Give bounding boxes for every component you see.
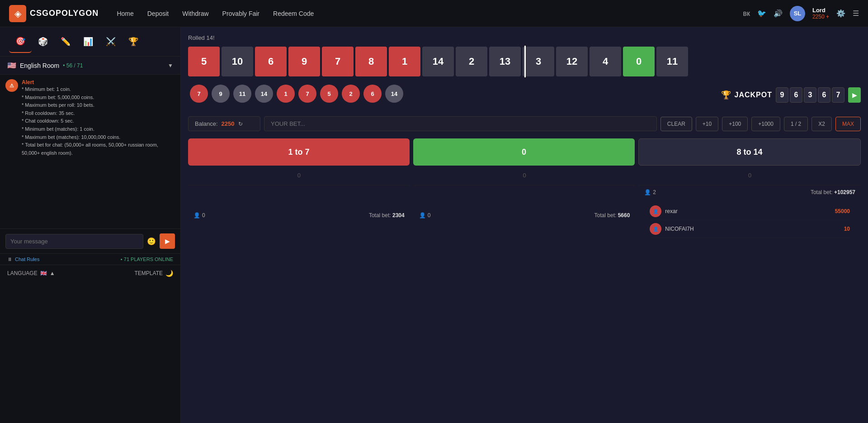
chat-input-area: 🙂 ▶ [0,228,180,253]
logo-text: CSGOPOLYGON [30,9,99,18]
bet-info-8to14: 0 [639,169,861,181]
plus10-button[interactable]: +10 [696,117,718,131]
chat-avatar: ⚠ [5,79,18,92]
bet-users-8to14: 👤 2 [644,189,656,195]
bet-panel-8to14[interactable]: 8 to 14 [638,138,861,166]
chat-rules-link[interactable]: Chat Rules [15,257,39,262]
template-section: TEMPLATE 🌙 [135,270,173,277]
bet-users-0: 👤 0 [419,212,431,219]
roulette-cell-1: 10 [222,47,253,76]
roulette-cell-13: 0 [623,47,655,76]
chat-alert: ⚠ Alert * Minimum bet: 1 coin.* Maximum … [5,79,175,157]
bet-panel-0-label: 0 [522,147,526,157]
language-label: LANGUAGE [7,270,38,276]
language-section: LANGUAGE 🇬🇧 ▲ [7,270,55,276]
betters-list: 👤 rexar 55000 👤 NICOFAI7H 10 [644,199,855,242]
x2-button[interactable]: X2 [811,117,832,131]
vk-icon[interactable]: вк [743,10,750,18]
jackpot-arrow[interactable]: ▶ [848,87,861,103]
roulette-marker [524,46,526,77]
bet-stats-row: 👤 0 Total bet: 2304 👤 0 Total bet: 5660 [188,185,861,245]
balance-label: Balance: [195,120,218,127]
balance-box: Balance: 2250 ↻ [188,116,260,131]
jackpot-digit-2: 3 [804,87,816,103]
emoji-icon[interactable]: 🙂 [147,237,156,246]
bet-row: Balance: 2250 ↻ CLEAR +10 +100 +1000 1 /… [188,116,861,131]
plus100-button[interactable]: +100 [722,117,748,131]
logo[interactable]: ◈ CSGOPOLYGON [9,5,99,22]
roulette-cell-2: 6 [255,47,287,76]
ball-4: 1 [277,85,295,103]
chat-input[interactable] [5,234,143,249]
avatar[interactable]: SL [790,6,805,21]
bet-info-row: 0 0 0 [188,169,861,181]
plus1000-button[interactable]: +1000 [751,117,780,131]
better-avatar-0: 👤 [650,205,661,217]
players-online: • 71 PLAYERS ONLINE [121,257,173,262]
nav-withdraw[interactable]: Withdraw [182,10,208,17]
sidebar-icons: 🎯 🎲 ✏️ 📊 ⚔️ 🏆 [0,27,180,57]
room-flag: 🇺🇸 [7,61,16,70]
jackpot-row: 🏆 JACKPOT 96367 ▶ [721,87,861,103]
sidebar: 🎯 🎲 ✏️ 📊 ⚔️ 🏆 🇺🇸 English Room • 56 / 71 … [0,27,181,423]
sidebar-icon-vs[interactable]: ⚔️ [99,30,122,53]
better-left-1: 👤 NICOFAI7H [650,223,693,235]
half-button[interactable]: 1 / 2 [784,117,808,131]
room-name: English Room [20,62,59,69]
nav-home[interactable]: Home [117,10,133,17]
bet-panel-0[interactable]: 0 [413,138,635,166]
nav-redeem-code[interactable]: Redeem Code [273,10,314,17]
bet-panel-1to7[interactable]: 1 to 7 [188,138,410,166]
chevron-up-icon[interactable]: ▲ [50,270,55,276]
roulette-cell-5: 8 [355,47,387,76]
roulette-cell-11: 12 [556,47,588,76]
room-selector[interactable]: 🇺🇸 English Room • 56 / 71 ▼ [0,57,180,75]
refresh-icon[interactable]: ↻ [238,121,243,127]
max-button[interactable]: MAX [835,117,861,131]
jackpot-digit-4: 7 [832,87,844,103]
sidebar-icon-dice[interactable]: 🎲 [32,30,54,53]
ball-3: 14 [255,85,273,103]
send-button[interactable]: ▶ [160,233,175,249]
ball-8: 6 [363,85,382,103]
chat-footer: ⏸ Chat Rules • 71 PLAYERS ONLINE [0,253,180,265]
volume-icon[interactable]: 🔊 [774,9,783,18]
better-avatar-1: 👤 [650,223,661,235]
roulette-cell-12: 4 [590,47,621,76]
menu-icon[interactable]: ☰ [853,9,859,18]
balls-row: 7911141752614 [188,85,403,103]
sidebar-icon-roulette[interactable]: 🎯 [9,30,32,53]
jackpot-digit-1: 6 [790,87,802,103]
sidebar-icon-edit[interactable]: ✏️ [54,30,77,53]
layout: 🎯 🎲 ✏️ 📊 ⚔️ 🏆 🇺🇸 English Room • 56 / 71 … [0,27,868,423]
roulette-strip: 51069781142133124011 [188,46,861,77]
moon-icon[interactable]: 🌙 [165,270,173,277]
user-coins: 2250 + [812,14,829,20]
better-name-0: rexar [665,208,677,214]
better-amount-0: 55000 [835,208,850,214]
twitter-icon[interactable]: 🐦 [757,9,766,18]
better-name-1: NICOFAI7H [665,226,693,232]
sidebar-icon-stats[interactable]: 📊 [77,30,99,53]
bet-total-8to14: Total bet: +102957 [811,189,855,195]
roulette-cell-6: 1 [389,47,420,76]
sidebar-bottom: LANGUAGE 🇬🇧 ▲ TEMPLATE 🌙 [0,265,180,281]
bet-input[interactable] [264,116,657,131]
clear-button[interactable]: CLEAR [660,117,692,131]
chat-alert-text: * Minimum bet: 1 coin.* Maximum bet: 5,0… [22,86,175,157]
ball-5: 7 [298,85,316,103]
sidebar-icon-trophy[interactable]: 🏆 [122,30,145,53]
user-info: Lord 2250 + [812,7,829,20]
bet-panels: 1 to 7 0 8 to 14 [188,138,861,166]
nav-provably-fair[interactable]: Provably Fair [222,10,259,17]
roulette-cell-14: 11 [656,47,688,76]
roulette-cell-0: 5 [188,47,220,76]
nav-deposit[interactable]: Deposit [147,10,169,17]
roulette-cell-10: 3 [523,47,554,76]
settings-icon[interactable]: ⚙️ [836,9,845,18]
chat-messages: ⚠ Alert * Minimum bet: 1 coin.* Maximum … [0,75,180,228]
bet-total-1to7: Total bet: 2304 [369,212,405,219]
jackpot-digit-3: 6 [818,87,830,103]
chat-alert-username: Alert [22,79,175,86]
nav-right: вк 🐦 🔊 SL Lord 2250 + ⚙️ ☰ [743,6,859,21]
